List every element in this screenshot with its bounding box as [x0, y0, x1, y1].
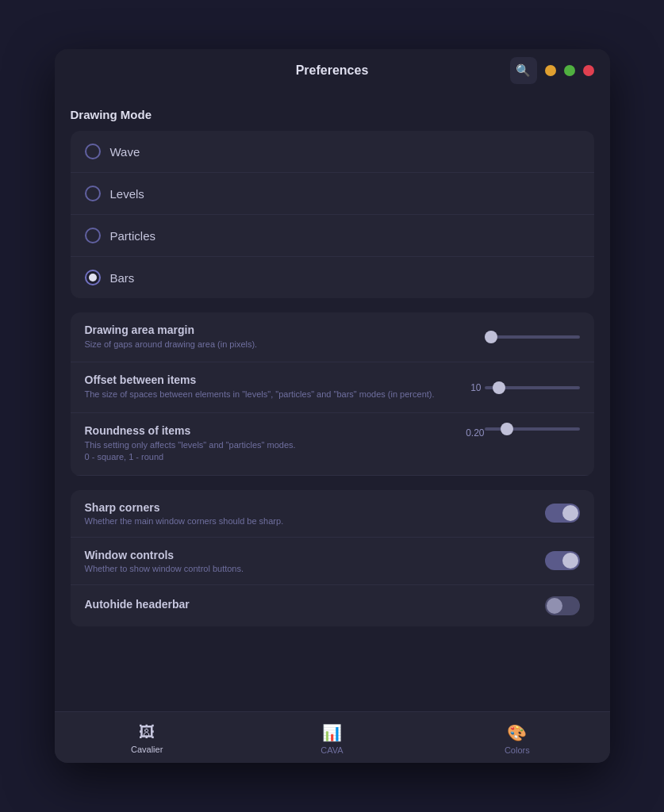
slider-label-roundness: Roundness of items: [85, 424, 462, 437]
slider-desc-margin: Size of gaps around drawing area (in pix…: [85, 339, 443, 350]
slider-label-offset: Offset between items: [85, 373, 443, 386]
sliders-card: Drawing area margin Size of gaps around …: [71, 312, 594, 476]
slider-row-offset: Offset between items The size of spaces …: [71, 362, 594, 412]
radio-label-bars: Bars: [110, 271, 135, 285]
offset-slider[interactable]: [485, 386, 580, 389]
minimize-button[interactable]: [545, 65, 556, 76]
roundness-top: Roundness of items This setting only aff…: [85, 424, 580, 464]
slider-control-offset: 10: [453, 382, 580, 393]
autohide-toggle[interactable]: [545, 596, 580, 615]
slider-label-margin: Drawing area margin: [85, 324, 443, 336]
toggle-info-sharp: Sharp corners Whether the main window co…: [85, 501, 532, 526]
toggle-info-window-controls: Window controls Whether to show window c…: [85, 549, 532, 573]
slider-info-offset: Offset between items The size of spaces …: [85, 373, 443, 400]
toggle-row-window-controls: Window controls Whether to show window c…: [71, 538, 594, 585]
slider-row-margin: Drawing area margin Size of gaps around …: [71, 312, 594, 362]
offset-value: 10: [459, 382, 482, 393]
radio-circle-wave: [85, 144, 101, 159]
radio-bars[interactable]: Bars: [71, 257, 594, 298]
slider-control-margin: [453, 335, 580, 339]
titlebar-controls: 🔍: [510, 57, 594, 84]
colors-icon: 🎨: [507, 723, 527, 742]
titlebar: Preferences 🔍: [55, 49, 610, 92]
slider-desc-offset: The size of spaces between elements in "…: [85, 389, 443, 400]
search-button[interactable]: 🔍: [510, 57, 537, 84]
maximize-button[interactable]: [564, 65, 575, 76]
nav-item-colors[interactable]: 🎨 Colors: [424, 718, 609, 760]
close-button[interactable]: [583, 65, 594, 76]
toggle-label-window-controls: Window controls: [85, 549, 532, 561]
cava-icon: 📊: [322, 723, 342, 742]
content-area: Drawing Mode Wave Levels Particles Bars: [55, 92, 610, 711]
roundness-control: 0.20: [462, 424, 580, 439]
cavalier-icon: 🖼: [139, 723, 155, 741]
toggle-desc-sharp: Whether the main window corners should b…: [85, 516, 532, 526]
window-controls-toggle[interactable]: [545, 551, 580, 570]
radio-circle-particles: [85, 228, 101, 243]
margin-slider[interactable]: [485, 335, 580, 339]
radio-circle-bars: [85, 270, 101, 285]
search-icon: 🔍: [516, 63, 531, 78]
radio-levels[interactable]: Levels: [71, 173, 594, 215]
radio-label-particles: Particles: [110, 229, 156, 243]
colors-label: Colors: [505, 745, 530, 755]
radio-circle-levels: [85, 186, 101, 201]
roundness-value: 0.20: [462, 427, 485, 439]
toggle-row-sharp: Sharp corners Whether the main window co…: [71, 490, 594, 538]
sharp-corners-toggle[interactable]: [545, 504, 580, 523]
bottom-nav: 🖼 Cavalier 📊 CAVA 🎨 Colors: [55, 711, 610, 763]
radio-particles[interactable]: Particles: [71, 215, 594, 257]
slider-desc-roundness: This setting only affects "levels" and "…: [85, 439, 462, 464]
slider-row-roundness: Roundness of items This setting only aff…: [71, 413, 594, 476]
drawing-mode-title: Drawing Mode: [71, 108, 594, 121]
toggle-row-autohide: Autohide headerbar: [71, 585, 594, 626]
toggles-card: Sharp corners Whether the main window co…: [71, 490, 594, 626]
slider-info-margin: Drawing area margin Size of gaps around …: [85, 324, 443, 350]
radio-wave[interactable]: Wave: [71, 131, 594, 173]
radio-label-wave: Wave: [110, 145, 140, 159]
radio-label-levels: Levels: [110, 187, 144, 201]
toggle-desc-window-controls: Whether to show window control buttons.: [85, 564, 532, 573]
nav-item-cava[interactable]: 📊 CAVA: [240, 718, 424, 760]
roundness-slider[interactable]: [485, 427, 580, 431]
cava-label: CAVA: [320, 745, 343, 755]
toggle-label-sharp: Sharp corners: [85, 501, 532, 514]
toggle-label-autohide: Autohide headerbar: [85, 598, 532, 611]
window-title: Preferences: [296, 63, 369, 78]
cavalier-label: Cavalier: [131, 745, 163, 754]
preferences-window: Preferences 🔍 Drawing Mode Wave Levels: [55, 49, 610, 763]
drawing-mode-card: Wave Levels Particles Bars: [71, 131, 594, 298]
toggle-info-autohide: Autohide headerbar: [85, 598, 532, 613]
nav-item-cavalier[interactable]: 🖼 Cavalier: [55, 718, 240, 760]
roundness-info: Roundness of items This setting only aff…: [85, 424, 462, 464]
